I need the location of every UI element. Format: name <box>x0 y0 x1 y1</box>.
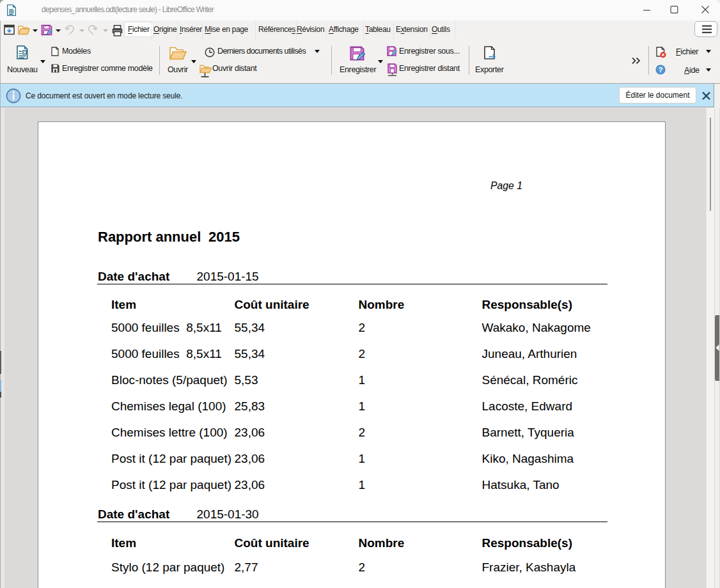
svg-text:?: ? <box>658 66 662 74</box>
